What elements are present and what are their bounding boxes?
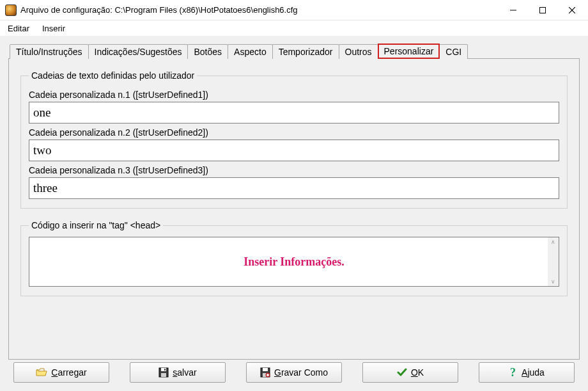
label-string2: Cadeia personalizada n.2 ([strUserDefine… [29,127,559,138]
close-icon [569,7,575,13]
head-code-input[interactable] [29,237,547,286]
scrollbar[interactable]: ∧ ∨ [548,237,559,286]
input-string3[interactable] [29,177,559,199]
svg-rect-7 [164,369,166,371]
tab-indicacoes[interactable]: Indicações/Sugestões [88,44,189,59]
tab-personalizar[interactable]: Personalizar [378,44,440,59]
ajuda-button[interactable]: ? Ajuda [479,362,575,383]
tab-row: Título/Instruções Indicações/Sugestões B… [10,42,580,59]
check-icon [397,368,407,377]
group-head-code-legend: Código a inserir na "tag" <head> [29,220,163,230]
gravar-como-button[interactable]: Gravar Como [246,362,342,383]
menu-inserir[interactable]: Inserir [37,22,70,35]
tab-botoes[interactable]: Botões [187,44,228,59]
folder-open-icon [36,368,47,377]
minimize-icon [510,7,516,13]
scroll-down-icon: ∨ [551,278,555,285]
gravar-como-label: Gravar Como [274,367,328,378]
tab-titulo[interactable]: Título/Instruções [10,44,89,59]
svg-rect-6 [161,373,166,377]
menu-editar[interactable]: Editar [3,22,35,35]
label-string3: Cadeia personalizada n.3 ([strUserDefine… [29,165,559,175]
window-title: Arquivo de configuração: C:\Program File… [20,5,499,15]
maximize-icon [539,7,546,13]
svg-text:?: ? [510,367,516,378]
input-string1[interactable] [29,102,559,124]
close-button[interactable] [557,0,587,20]
group-head-code: Código a inserir na "tag" <head> ∧ ∨ Ins… [20,220,568,296]
label-string1: Cadeia personalizada n.1 ([strUserDefine… [29,90,559,100]
titlebar: Arquivo de configuração: C:\Program File… [0,0,588,20]
textarea-wrap: ∧ ∨ Inserir Informações. [29,237,559,287]
save-icon [159,367,169,378]
carregar-label: Carregar [51,367,86,378]
salvar-button[interactable]: salvar [130,362,226,383]
app-icon [5,4,17,16]
ok-button[interactable]: OK [362,362,458,383]
ajuda-label: Ajuda [522,367,545,378]
group-user-strings: Cadeias de texto definidas pelo utilizad… [20,70,568,209]
carregar-button[interactable]: Carregar [13,362,109,383]
menubar: Editar Inserir [0,20,588,36]
svg-rect-13 [267,374,269,376]
minimize-button[interactable] [499,0,528,20]
scroll-up-icon: ∧ [551,239,555,245]
save-as-icon [260,367,270,378]
window-controls [499,0,587,20]
tab-content: Cadeias de texto definidas pelo utilizad… [8,58,580,360]
salvar-label: salvar [173,367,196,378]
input-string2[interactable] [29,140,559,161]
maximize-button[interactable] [528,0,557,20]
tab-temporizador[interactable]: Temporizador [272,44,339,59]
svg-rect-9 [263,368,268,371]
group-user-strings-legend: Cadeias de texto definidas pelo utilizad… [29,70,197,81]
button-row: Carregar salvar Gravar Como OK ? Ajuda [8,360,580,383]
svg-rect-1 [540,8,546,13]
tab-cgi[interactable]: CGI [439,44,468,59]
help-icon: ? [509,367,518,378]
tab-outros[interactable]: Outros [339,44,378,59]
ok-label: OK [411,367,424,378]
tab-aspecto[interactable]: Aspecto [228,44,273,59]
window-body: Título/Instruções Indicações/Sugestões B… [0,36,588,391]
